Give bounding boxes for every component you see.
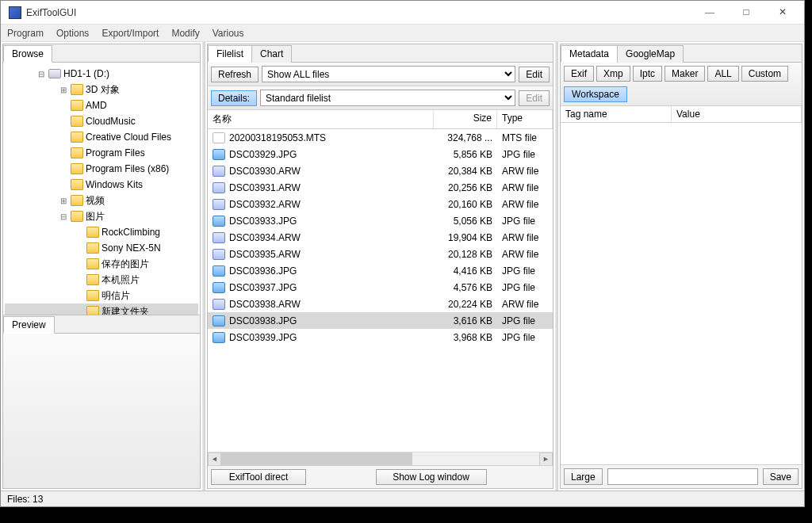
file-row[interactable]: DSC03935.ARW20,128 KBARW file — [208, 246, 553, 262]
jpg-file-icon — [213, 282, 225, 293]
tree-item[interactable]: Sony NEX-5N — [5, 240, 198, 256]
metadata-header: Tag name Value — [561, 106, 802, 123]
tree-item-label: 图片 — [86, 210, 105, 223]
file-size: 20,384 KB — [434, 166, 497, 177]
folder-icon — [71, 211, 83, 222]
metadata-value-input[interactable] — [607, 468, 758, 485]
file-row[interactable]: DSC03937.JPG4,576 KBJPG file — [208, 279, 553, 296]
tab-chart[interactable]: Chart — [251, 45, 292, 63]
file-row[interactable]: DSC03932.ARW20,160 KBARW file — [208, 196, 553, 212]
expand-icon[interactable]: ⊞ — [59, 86, 68, 94]
tree-item[interactable]: ⊟HD1-1 (D:) — [5, 66, 198, 82]
expand-icon[interactable]: ⊟ — [59, 212, 68, 221]
col-header-name[interactable]: 名称 — [208, 110, 434, 128]
all-button[interactable]: ALL — [707, 66, 738, 82]
menu-program[interactable]: Program — [7, 28, 44, 39]
file-list[interactable]: 20200318195053.MTS324,768 ...MTS fileDSC… — [208, 129, 553, 452]
menu-modify[interactable]: Modify — [171, 28, 199, 39]
tree-item-label: Sony NEX-5N — [102, 242, 161, 254]
folder-icon — [71, 195, 83, 206]
expand-icon[interactable]: ⊟ — [36, 70, 46, 78]
file-type: JPG file — [497, 149, 553, 160]
tree-item[interactable]: ⊞视频 — [5, 193, 198, 208]
tree-item[interactable]: Program Files — [5, 145, 198, 161]
workspace-button[interactable]: Workspace — [564, 86, 627, 102]
tree-item[interactable]: 保存的图片 — [5, 256, 198, 272]
scroll-left-icon[interactable]: ◄ — [208, 452, 221, 466]
close-button[interactable]: ✕ — [764, 1, 801, 25]
maker-button[interactable]: Maker — [665, 66, 705, 82]
columns-select[interactable]: Standard filelist — [260, 90, 515, 106]
window-title: ExifToolGUI — [26, 7, 691, 18]
scroll-thumb[interactable] — [221, 452, 412, 466]
horizontal-scrollbar[interactable]: ◄ ► — [208, 452, 553, 465]
tree-item[interactable]: Windows Kits — [5, 177, 198, 193]
tab-filelist[interactable]: Filelist — [208, 45, 252, 63]
minimize-button[interactable]: — — [691, 1, 728, 25]
scroll-right-icon[interactable]: ► — [539, 452, 553, 466]
col-header-tagname[interactable]: Tag name — [561, 106, 672, 122]
file-row[interactable]: DSC03936.JPG4,416 KBJPG file — [208, 262, 553, 279]
col-header-size[interactable]: Size — [434, 110, 497, 128]
tree-item[interactable]: 明信片 — [5, 288, 198, 303]
tree-item[interactable]: ⊞3D 对象 — [5, 82, 198, 97]
file-size: 4,416 KB — [434, 265, 497, 277]
maximize-button[interactable]: □ — [728, 1, 764, 25]
mts-file-icon — [213, 132, 225, 143]
large-button[interactable]: Large — [564, 468, 603, 485]
tab-browse[interactable]: Browse — [3, 45, 52, 63]
details-button[interactable]: Details: — [211, 90, 257, 106]
tree-item-label: 3D 对象 — [86, 83, 120, 97]
jpg-file-icon — [213, 149, 225, 160]
file-row[interactable]: DSC03931.ARW20,256 KBARW file — [208, 179, 553, 196]
edit-filter-button[interactable]: Edit — [519, 67, 550, 82]
tree-item[interactable]: 新建文件夹 — [5, 303, 198, 315]
folder-tree[interactable]: ⊟HD1-1 (D:)⊞3D 对象AMDCloudMusicCreative C… — [3, 63, 200, 315]
tree-item[interactable]: AMD — [5, 97, 198, 113]
file-type: ARW file — [497, 232, 553, 243]
jpg-file-icon — [213, 265, 225, 277]
tree-item[interactable]: CloudMusic — [5, 113, 198, 129]
col-header-type[interactable]: Type — [497, 110, 553, 128]
exiftool-direct-button[interactable]: ExifTool direct — [211, 469, 306, 485]
file-row[interactable]: DSC03934.ARW19,904 KBARW file — [208, 229, 553, 246]
tree-item[interactable]: Creative Cloud Files — [5, 129, 198, 145]
tab-preview[interactable]: Preview — [3, 316, 55, 334]
file-row[interactable]: 20200318195053.MTS324,768 ...MTS file — [208, 129, 553, 146]
file-row[interactable]: DSC03929.JPG5,856 KBJPG file — [208, 146, 553, 162]
file-size: 324,768 ... — [434, 132, 497, 143]
tab-googlemap[interactable]: GoogleMap — [617, 45, 684, 63]
filter-select[interactable]: Show ALL files — [262, 66, 515, 82]
custom-button[interactable]: Custom — [741, 66, 788, 82]
menu-various[interactable]: Various — [213, 28, 244, 39]
file-row[interactable]: DSC03939.JPG3,968 KBJPG file — [208, 329, 553, 345]
col-header-value[interactable]: Value — [672, 106, 802, 122]
tree-item[interactable]: ⊟图片 — [5, 208, 198, 224]
arw-file-icon — [213, 166, 225, 177]
file-row[interactable]: DSC03938.ARW20,224 KBARW file — [208, 296, 553, 312]
tree-item[interactable]: Program Files (x86) — [5, 161, 198, 177]
menu-export-import[interactable]: Export/Import — [102, 28, 159, 39]
menu-options[interactable]: Options — [56, 28, 89, 39]
file-row[interactable]: DSC03938.JPG3,616 KBJPG file — [208, 312, 553, 329]
tab-metadata[interactable]: Metadata — [561, 45, 618, 63]
exif-button[interactable]: Exif — [564, 66, 594, 82]
splitter-right[interactable] — [555, 42, 558, 491]
file-row[interactable]: DSC03930.ARW20,384 KBARW file — [208, 162, 553, 179]
file-name: DSC03939.JPG — [228, 332, 434, 343]
file-type: JPG file — [497, 332, 553, 343]
iptc-button[interactable]: Iptc — [633, 66, 662, 82]
save-button[interactable]: Save — [763, 468, 799, 485]
refresh-button[interactable]: Refresh — [211, 67, 259, 82]
tree-item[interactable]: RockClimbing — [5, 224, 198, 240]
xmp-button[interactable]: Xmp — [596, 66, 630, 82]
metadata-list[interactable] — [561, 123, 802, 464]
splitter-left[interactable] — [202, 42, 205, 491]
tree-item[interactable]: 本机照片 — [5, 272, 198, 288]
file-type: ARW file — [497, 249, 553, 260]
show-log-button[interactable]: Show Log window — [376, 469, 487, 485]
arw-file-icon — [213, 249, 225, 260]
expand-icon[interactable]: ⊞ — [59, 197, 68, 205]
file-row[interactable]: DSC03933.JPG5,056 KBJPG file — [208, 212, 553, 229]
file-name: DSC03930.ARW — [228, 166, 434, 177]
